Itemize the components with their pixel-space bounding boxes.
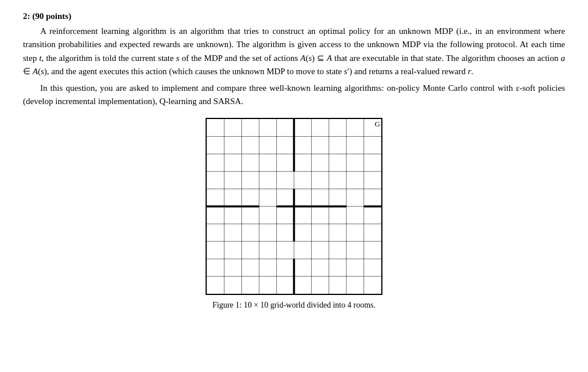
figure-container: G: [23, 118, 565, 310]
text-block: A reinforcement learning algorithm is an…: [23, 25, 565, 109]
grid-world: G: [206, 118, 382, 295]
question-header: 2: (90 points): [23, 11, 565, 21]
question-section: 2: (90 points) A reinforcement learning …: [23, 11, 565, 310]
grid-svg: [207, 119, 381, 294]
figure-caption: Figure 1: 10 × 10 grid-world divided int…: [212, 301, 376, 310]
paragraph-2: In this question, you are asked to imple…: [23, 82, 565, 109]
paragraph-1: A reinforcement learning algorithm is an…: [23, 25, 565, 78]
